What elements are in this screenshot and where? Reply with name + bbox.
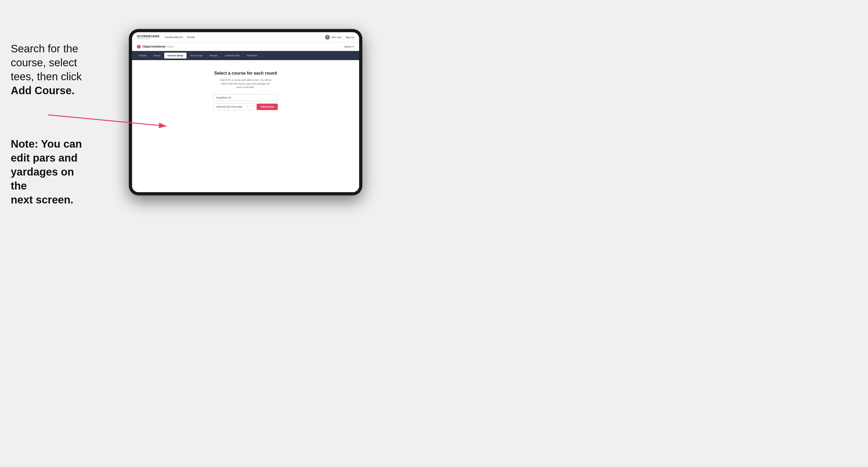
tab-leaderboards[interactable]: Leaderboards — [221, 53, 243, 59]
content-title: Select a course for each round — [214, 71, 277, 76]
content-subtitle: Search for a course and select a tee. Yo… — [219, 79, 272, 89]
tournament-header: C Clippd Invitational (Men) Cancel ✕ — [132, 42, 359, 51]
nav-divider: | — [343, 36, 344, 39]
tab-printables[interactable]: Printables — [243, 53, 260, 59]
nav-links: TOURNAMENTS TEAMS — [164, 36, 195, 39]
instruction-line1: Search for the — [11, 43, 78, 55]
tournament-type: (Men) — [167, 45, 174, 48]
logo-area: SCOREBOARD Powered by clippd — [137, 35, 159, 39]
note-line4: next screen. — [11, 194, 73, 206]
tablet: SCOREBOARD Powered by clippd TOURNAMENTS… — [107, 29, 362, 195]
note-line1: Note: You can — [11, 138, 82, 150]
tournament-icon: C — [137, 45, 141, 49]
cancel-button[interactable]: Cancel ✕ — [344, 45, 354, 48]
course-search-input[interactable] — [213, 94, 278, 101]
tab-results[interactable]: Results — [207, 53, 221, 59]
tournament-title: C Clippd Invitational (Men) — [137, 45, 174, 49]
signout-link[interactable]: Sign out — [345, 36, 354, 39]
nav-right: T Test User | Sign out — [325, 35, 354, 40]
note-line3: yardages on the — [11, 166, 74, 192]
instruction-text: Search for the course, select tees, then… — [11, 41, 90, 97]
logo-text: SCOREBOARD — [137, 35, 159, 38]
tee-clear-icon[interactable]: ✕ — [247, 105, 249, 108]
tab-details[interactable]: Details — [136, 53, 150, 59]
course-search-wrapper — [213, 94, 278, 101]
tablet-device: SCOREBOARD Powered by clippd TOURNAMENTS… — [129, 29, 362, 195]
tournament-icon-letter: C — [138, 45, 139, 48]
logo-sub: Powered by clippd — [137, 38, 159, 39]
tee-controls: ✕ ⌄ — [247, 105, 251, 108]
tee-chevron-icon[interactable]: ⌄ — [250, 105, 251, 108]
note-text: Note: You can edit pars and yardages on … — [11, 137, 90, 207]
add-course-button[interactable]: Add Course — [256, 103, 278, 110]
tee-select-row: Gold (M) (M) (7010 yds) ✕ ⌄ Add Course — [213, 103, 278, 110]
note-line2: edit pars and — [11, 152, 78, 164]
instruction-bold: Add Course. — [11, 85, 74, 96]
nav-left: SCOREBOARD Powered by clippd TOURNAMENTS… — [137, 35, 195, 39]
tee-selector[interactable]: Gold (M) (M) (7010 yds) ✕ ⌄ — [213, 103, 254, 110]
tab-teams[interactable]: Teams — [150, 53, 164, 59]
nav-teams[interactable]: TEAMS — [187, 36, 195, 39]
instruction-line3: tees, then click — [11, 70, 82, 83]
instruction-line2: course, select — [11, 57, 77, 68]
user-avatar: T — [325, 35, 330, 40]
cancel-icon: ✕ — [352, 45, 354, 48]
nav-tournaments[interactable]: TOURNAMENTS — [164, 36, 183, 39]
nav-user-name: Test User — [332, 36, 342, 39]
tab-bar: Details Teams Course Setup Tee Groups Re… — [132, 51, 359, 60]
tab-course-setup[interactable]: Course Setup — [164, 53, 187, 59]
tournament-name: Clippd Invitational — [142, 45, 165, 48]
tee-value-label: Gold (M) (M) (7010 yds) — [216, 105, 242, 108]
cancel-label: Cancel — [344, 45, 351, 48]
main-content: Select a course for each round Search fo… — [132, 60, 359, 192]
top-nav: SCOREBOARD Powered by clippd TOURNAMENTS… — [132, 32, 359, 42]
tab-tee-groups[interactable]: Tee Groups — [187, 53, 206, 59]
tablet-screen: SCOREBOARD Powered by clippd TOURNAMENTS… — [132, 32, 359, 192]
